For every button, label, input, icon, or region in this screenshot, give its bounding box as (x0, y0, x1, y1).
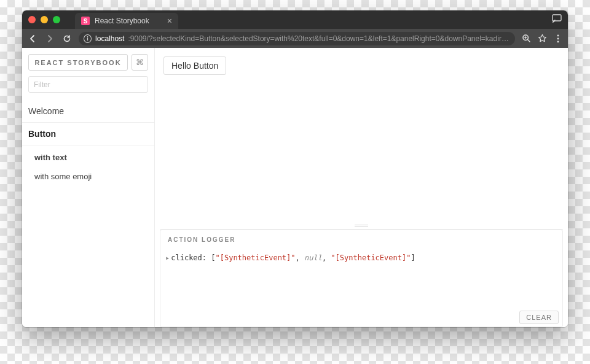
zoom-icon[interactable] (521, 34, 531, 44)
back-button[interactable] (27, 33, 38, 44)
log-arg-2: "[SyntheticEvent]" (331, 254, 411, 262)
browser-window: S React Storybook × i localhost :9009/?s… (22, 10, 568, 327)
window-controls (28, 16, 60, 23)
address-bar: i localhost :9009/?selectedKind=Button&s… (22, 29, 568, 48)
kind-welcome[interactable]: Welcome (22, 100, 154, 123)
brand-label[interactable]: REACT STORYBOOK (28, 54, 128, 71)
addon-panel: ACTION LOGGER ▸clicked: ["[SyntheticEven… (160, 229, 563, 327)
titlebar: S React Storybook × (22, 10, 568, 29)
cast-icon[interactable] (552, 14, 562, 25)
svg-point-5 (557, 34, 559, 36)
url-path: :9009/?selectedKind=Button&selectedStory… (128, 34, 510, 43)
url-field[interactable]: i localhost :9009/?selectedKind=Button&s… (79, 32, 515, 45)
site-info-icon[interactable]: i (84, 34, 92, 43)
forward-button[interactable] (44, 33, 55, 44)
log-arg-0: "[SyntheticEvent]" (216, 254, 296, 262)
storybook-favicon-icon: S (81, 17, 90, 25)
tab-title: React Storybook (95, 17, 149, 25)
story-list: with text with some emoji (22, 145, 154, 186)
hello-button[interactable]: Hello Button (163, 56, 226, 75)
svg-rect-0 (553, 15, 561, 21)
kind-button[interactable]: Button (22, 123, 154, 145)
url-host: localhost (95, 34, 124, 43)
disclosure-triangle-icon[interactable]: ▸ (165, 254, 170, 262)
minimize-window-button[interactable] (41, 16, 48, 23)
reload-button[interactable] (61, 33, 73, 44)
filter-input[interactable] (28, 76, 148, 93)
kind-list: Welcome Button with text with some emoji (22, 100, 154, 186)
clear-button[interactable]: CLEAR (519, 311, 559, 324)
log-arg-1: null (304, 254, 322, 262)
shortcuts-button[interactable]: ⌘ (132, 54, 148, 71)
story-with-some-emoji[interactable]: with some emoji (28, 167, 154, 186)
browser-tab[interactable]: S React Storybook × (75, 13, 178, 29)
kebab-menu-icon[interactable] (553, 34, 563, 44)
action-log: ▸clicked: ["[SyntheticEvent]", null, "[S… (160, 250, 562, 308)
svg-point-7 (557, 41, 559, 42)
close-window-button[interactable] (28, 16, 36, 23)
svg-line-2 (527, 39, 530, 42)
maximize-window-button[interactable] (53, 16, 60, 23)
panel-title: ACTION LOGGER (160, 230, 562, 250)
close-tab-icon[interactable]: × (167, 17, 172, 25)
storybook-app: REACT STORYBOOK ⌘ Welcome Button with te… (22, 48, 568, 327)
sidebar: REACT STORYBOOK ⌘ Welcome Button with te… (22, 48, 155, 327)
log-action-name: clicked (171, 254, 202, 262)
main-area: Hello Button ACTION LOGGER ▸clicked: ["[… (155, 48, 568, 327)
panel-resize-handle[interactable] (155, 222, 568, 229)
preview-canvas: Hello Button (155, 48, 568, 222)
bookmark-star-icon[interactable] (537, 34, 547, 44)
svg-point-6 (557, 37, 559, 39)
story-with-text[interactable]: with text (28, 148, 154, 167)
